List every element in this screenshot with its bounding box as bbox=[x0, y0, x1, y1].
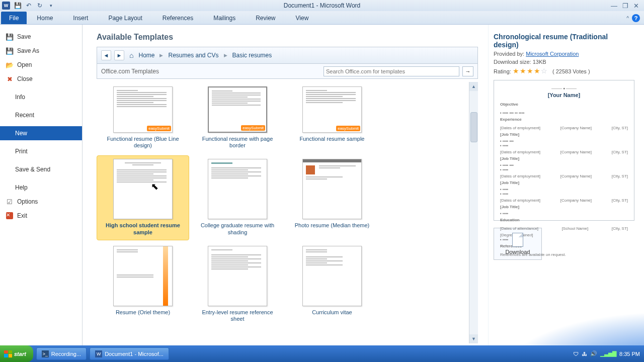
template-item[interactable]: Resume (Oriel theme) bbox=[97, 242, 189, 327]
taskbar-item-label: Recording... bbox=[51, 351, 81, 357]
minimize-icon[interactable]: — bbox=[611, 2, 617, 10]
quick-access-toolbar: W 💾 ↶ ↻ ▾ bbox=[0, 1, 56, 10]
ribbon-minimize-icon[interactable]: ^ bbox=[626, 16, 629, 21]
breadcrumb-level2[interactable]: Basic resumes bbox=[230, 51, 274, 60]
template-thumbnail bbox=[113, 246, 173, 306]
chevron-right-icon: ▶ bbox=[224, 53, 227, 58]
detail-value: 13KB bbox=[533, 59, 546, 65]
detail-download-size: Download size: 13KB bbox=[494, 59, 634, 65]
word-app-icon: W bbox=[2, 2, 10, 10]
tray-signal-icon[interactable]: ▁▃▅▇ bbox=[600, 350, 616, 357]
system-tray: 🛡 🖧 🔊 ▁▃▅▇ 8:35 PM bbox=[573, 350, 644, 357]
nav-save-send[interactable]: Save & Send bbox=[0, 162, 82, 176]
tab-review[interactable]: Review bbox=[246, 12, 285, 24]
rating-stars-icon: ★★★★☆ bbox=[513, 67, 548, 75]
backstage-nav: 💾Save 💾Save As 📂Open ✖Close Info Recent … bbox=[0, 25, 83, 345]
template-item[interactable]: easySubmit Functional resume with page b… bbox=[191, 83, 284, 153]
qat-undo-icon[interactable]: ↶ bbox=[24, 1, 34, 10]
provider-link[interactable]: Microsoft Corporation bbox=[526, 51, 579, 57]
tab-references[interactable]: References bbox=[152, 12, 203, 24]
home-icon[interactable]: ⌂ bbox=[129, 51, 133, 59]
template-thumbnail: easySubmit bbox=[208, 86, 267, 133]
nav-label: Recent bbox=[15, 112, 34, 119]
breadcrumb: ◄ ► ⌂ Home ▶ Resumes and CVs ▶ Basic res… bbox=[97, 47, 478, 64]
tab-insert[interactable]: Insert bbox=[63, 12, 98, 24]
nav-forward-button[interactable]: ► bbox=[114, 50, 124, 60]
template-thumbnail bbox=[302, 159, 362, 219]
tab-mailings[interactable]: Mailings bbox=[203, 12, 246, 24]
template-label: College graduate resume with shading bbox=[197, 222, 278, 235]
nav-save[interactable]: 💾Save bbox=[0, 30, 82, 44]
template-item[interactable]: College graduate resume with shading bbox=[191, 155, 284, 240]
tab-view[interactable]: View bbox=[286, 12, 319, 24]
nav-back-button[interactable]: ◄ bbox=[101, 50, 111, 60]
nav-label: New bbox=[15, 130, 27, 137]
close-window-icon[interactable]: ✕ bbox=[633, 2, 639, 10]
nav-exit[interactable]: ✕Exit bbox=[0, 209, 82, 223]
template-preview: ——— ● ——— [Your Name] Objective ▪ ▪▪▪▪ ▪… bbox=[494, 80, 634, 221]
template-item[interactable]: easySubmit Functional resume sample bbox=[286, 83, 378, 153]
restore-icon[interactable]: ❐ bbox=[622, 2, 628, 10]
template-thumbnail bbox=[208, 159, 267, 219]
preview-name-placeholder: [Your Name] bbox=[500, 92, 628, 98]
taskbar-item-recording[interactable]: >_ Recording... bbox=[36, 347, 87, 360]
nav-label: Options bbox=[17, 198, 38, 205]
nav-help[interactable]: Help bbox=[0, 180, 82, 195]
search-go-button[interactable]: → bbox=[462, 66, 473, 76]
qat-redo-icon[interactable]: ↻ bbox=[35, 1, 45, 10]
tab-page-layout[interactable]: Page Layout bbox=[98, 12, 152, 24]
template-item[interactable]: easySubmit Functional resume (Blue Line … bbox=[97, 83, 189, 153]
taskbar-item-label: Document1 - Microsof... bbox=[105, 351, 164, 357]
download-label: Download bbox=[506, 249, 530, 255]
tray-clock[interactable]: 8:35 PM bbox=[619, 351, 640, 357]
scroll-down-icon[interactable]: ▼ bbox=[469, 334, 478, 343]
nav-close[interactable]: ✖Close bbox=[0, 72, 82, 86]
nav-info[interactable]: Info bbox=[0, 90, 82, 104]
detail-title: Chronological resume (Traditional design… bbox=[494, 33, 634, 49]
start-label: start bbox=[14, 351, 26, 357]
nav-label: Save & Send bbox=[15, 166, 50, 173]
qat-save-icon[interactable]: 💾 bbox=[13, 1, 23, 10]
cmd-icon: >_ bbox=[42, 350, 49, 357]
tab-home[interactable]: Home bbox=[27, 12, 63, 24]
template-item[interactable]: Entry-level resume reference sheet bbox=[191, 242, 284, 327]
options-icon: ☑ bbox=[5, 197, 14, 206]
nav-label: Exit bbox=[17, 212, 27, 219]
taskbar-item-word[interactable]: W Document1 - Microsof... bbox=[90, 347, 169, 360]
nav-recent[interactable]: Recent bbox=[0, 108, 82, 122]
taskbar: start >_ Recording... W Document1 - Micr… bbox=[0, 345, 644, 362]
scroll-thumb[interactable] bbox=[470, 112, 477, 142]
template-label: Resume (Oriel theme) bbox=[116, 309, 170, 316]
save-as-icon: 💾 bbox=[5, 46, 14, 55]
help-icon[interactable]: ? bbox=[632, 14, 640, 22]
qat-customize-icon[interactable]: ▾ bbox=[46, 1, 56, 10]
template-label: Curriculum vitae bbox=[312, 309, 352, 316]
template-label: Functional resume (Blue Line design) bbox=[103, 136, 183, 149]
windows-logo-icon bbox=[4, 350, 12, 357]
tray-shield-icon[interactable]: 🛡 bbox=[573, 351, 579, 357]
template-thumbnail: easySubmit bbox=[113, 86, 173, 133]
start-button[interactable]: start bbox=[0, 345, 33, 362]
breadcrumb-home[interactable]: Home bbox=[136, 51, 156, 60]
template-item[interactable]: Curriculum vitae bbox=[286, 242, 378, 327]
nav-open[interactable]: 📂Open bbox=[0, 58, 82, 72]
exit-icon: ✕ bbox=[5, 211, 14, 220]
tray-volume-icon[interactable]: 🔊 bbox=[590, 350, 597, 357]
nav-label: Help bbox=[15, 184, 28, 191]
nav-save-as[interactable]: 💾Save As bbox=[0, 44, 82, 58]
word-icon: W bbox=[95, 350, 102, 357]
detail-label: Download size: bbox=[494, 59, 531, 65]
nav-options[interactable]: ☑Options bbox=[0, 195, 82, 209]
gallery-scrollbar[interactable]: ▲ ▼ bbox=[469, 82, 478, 343]
nav-new[interactable]: New bbox=[0, 126, 82, 140]
template-label: Photo resume (Median theme) bbox=[295, 222, 370, 229]
template-item-selected[interactable]: High school student resume sample bbox=[97, 155, 189, 240]
template-item[interactable]: Photo resume (Median theme) bbox=[286, 155, 378, 240]
rating-votes: ( 22583 Votes ) bbox=[552, 68, 590, 74]
breadcrumb-level1[interactable]: Resumes and CVs bbox=[166, 51, 220, 60]
nav-print[interactable]: Print bbox=[0, 144, 82, 158]
tray-network-icon[interactable]: 🖧 bbox=[582, 351, 587, 357]
search-input[interactable] bbox=[324, 66, 459, 76]
scroll-up-icon[interactable]: ▲ bbox=[469, 82, 478, 91]
file-tab[interactable]: File bbox=[1, 12, 27, 24]
